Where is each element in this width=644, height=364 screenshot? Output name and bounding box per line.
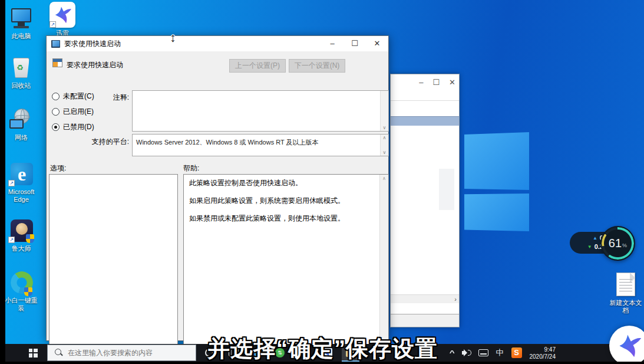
gpedit-background-window[interactable]: – ☐ ✕ › [390,74,460,327]
bgwin-column-header [391,116,459,126]
policy-name: 要求使用快速启动 [67,60,123,70]
desktop-icon-label: 鲁大师 [2,245,40,252]
xiaobai-reinstall-icon [8,271,34,295]
desktop-icon-label: 新建文本文档 [607,299,644,314]
ns-resize-cursor: ↕ [170,31,176,45]
network-icon [8,109,34,132]
clock-date: 2020/7/24 [530,353,556,360]
desktop-icon-network[interactable]: 网络 [2,109,40,142]
dialog-titlebar[interactable]: 要求使用快速启动 – ☐ ✕ [47,36,388,51]
previous-setting-button[interactable]: 上一个设置(P) [229,59,286,73]
start-button[interactable] [21,344,45,362]
shortcut-arrow-icon: ↗ [49,21,56,28]
clock-time: 9:47 [544,346,556,353]
search-icon [55,349,63,357]
desktop-wallpaper: 此电脑 ♻ 回收站 网络 e ↗ Microsoft Edge ↗ 鲁大师 [0,0,644,364]
thunder-bird-icon [616,332,643,359]
desktop-icon-ludashi[interactable]: ↗ 鲁大师 [2,219,40,252]
edge-icon: e ↗ [8,163,34,186]
upload-arrow-icon: ▲ [593,235,597,241]
scroll-up-arrow-icon[interactable]: ∧ [380,176,388,181]
radio-label: 已禁用(D) [63,122,94,132]
wallpaper-window-logo-top-pane [464,132,529,190]
ludashi-icon: ↗ [8,219,34,243]
memory-usage-ball[interactable]: 61 % [600,226,635,261]
bgwin-minimize-button[interactable]: – [419,78,423,87]
desktop-icon-label: 小白一键重装 [2,297,40,312]
bgwin-maximize-button[interactable]: ☐ [432,78,440,87]
ime-indicator[interactable]: 中 [496,347,504,358]
letterbox-bottom [0,362,644,364]
this-pc-icon [8,7,34,31]
desktop-icon-edge[interactable]: e ↗ Microsoft Edge [2,163,40,204]
thunder-splash-logo [609,326,644,364]
platform-scrollbar[interactable]: ∧ ∨ [380,135,388,156]
text-document-icon [613,273,639,297]
help-line: 如果禁用或未配置此策略设置，则使用本地设置。 [189,214,374,223]
sogou-input-icon[interactable]: S [511,347,522,358]
platform-label: 支持的平台: [58,137,129,147]
options-label: 选项: [50,163,66,173]
radio-enabled[interactable]: 已启用(E) [52,107,94,117]
wallpaper-window-logo-bottom-pane [464,194,529,231]
search-input[interactable] [68,349,186,357]
desktop-icon-label: 回收站 [2,82,40,90]
desktop-icon-thunder[interactable]: ↗ 迅雷 [44,2,81,37]
dialog-title: 要求使用快速启动 [64,39,121,49]
scroll-right-arrow-icon[interactable]: › [454,295,457,304]
help-line: 如果启用此策略设置，则系统需要启用休眠模式。 [189,196,374,205]
desktop-icon-label: 此电脑 [2,32,40,40]
radio-circle-icon[interactable] [52,108,60,116]
bgwin-list-column [439,169,454,210]
policy-window-icon [51,40,60,48]
taskbar-clock[interactable]: 9:47 2020/7/24 [530,346,556,360]
next-setting-button[interactable]: 下一个设置(N) [289,59,345,73]
usage-percent: 61 [609,237,622,250]
touch-keyboard-icon[interactable] [478,349,488,356]
radio-disabled[interactable]: 已禁用(D) [52,122,94,132]
thunder-icon: ↗ [49,2,75,28]
taskbar-search[interactable] [47,345,196,361]
comment-textbox[interactable]: ∨ [132,90,389,132]
windows-logo-icon [29,349,38,358]
options-panel[interactable] [49,174,178,349]
help-label: 帮助: [183,163,199,173]
bgwin-status-bar [391,314,459,327]
help-panel[interactable]: 此策略设置控制是否使用快速启动。 如果启用此策略设置，则系统需要启用休眠模式。 … [183,174,389,349]
help-text: 此策略设置控制是否使用快速启动。 如果启用此策略设置，则系统需要启用休眠模式。 … [184,175,379,348]
desktop-icon-label: 网络 [2,134,40,142]
policy-setting-icon [52,58,62,67]
comment-scrollbar[interactable]: ∨ [380,91,388,131]
desktop-icon-recycle-bin[interactable]: ♻ 回收站 [2,57,40,90]
platform-textbox[interactable]: Windows Server 2012、Windows 8 或 Windows … [132,134,389,156]
bgwin-horizontal-scrollbar[interactable]: › [391,294,459,303]
scroll-down-arrow-icon[interactable]: ∨ [381,125,388,130]
scroll-up-arrow-icon[interactable]: ∧ [381,135,388,140]
volume-icon[interactable] [462,349,471,356]
help-scrollbar[interactable]: ∧ ∨ [379,175,388,348]
bgwin-toolbar-divider [391,100,459,101]
scroll-down-arrow-icon[interactable]: ∨ [381,150,388,155]
comment-label: 注释: [58,93,129,103]
download-arrow-icon: ▼ [587,244,592,250]
desktop-icon-this-pc[interactable]: 此电脑 [2,7,40,40]
radio-circle-icon[interactable] [52,123,60,131]
policy-setting-dialog[interactable]: 要求使用快速启动 – ☐ ✕ 要求使用快速启动 上一个设置(P) 下一个设置(N… [46,35,389,341]
desktop-icon-new-text-doc[interactable]: 新建文本文档 [607,273,644,314]
video-subtitle: 并选择“确定”保存设置 [207,334,438,364]
letterbox-left [0,0,5,364]
desktop-icon-label: Microsoft Edge [2,188,40,204]
recycle-bin-icon: ♻ [8,57,34,80]
maximize-button[interactable]: ☐ [344,36,366,51]
usage-percent-sign: % [622,242,627,248]
dialog-body: 要求使用快速启动 上一个设置(P) 下一个设置(N) 未配置(C) 已启用(E)… [47,51,388,340]
desktop-icon-xiaobai[interactable]: 小白一键重装 [2,271,40,312]
bgwin-close-button[interactable]: ✕ [449,78,455,87]
help-line: 此策略设置控制是否使用快速启动。 [189,179,374,188]
shortcut-arrow-icon: ↗ [8,237,15,243]
tray-overflow-chevron[interactable]: ^ [450,349,455,356]
minimize-button[interactable]: – [321,36,344,51]
radio-label: 已启用(E) [63,107,94,117]
shortcut-arrow-icon: ↗ [8,180,15,186]
close-button[interactable]: ✕ [366,36,388,51]
